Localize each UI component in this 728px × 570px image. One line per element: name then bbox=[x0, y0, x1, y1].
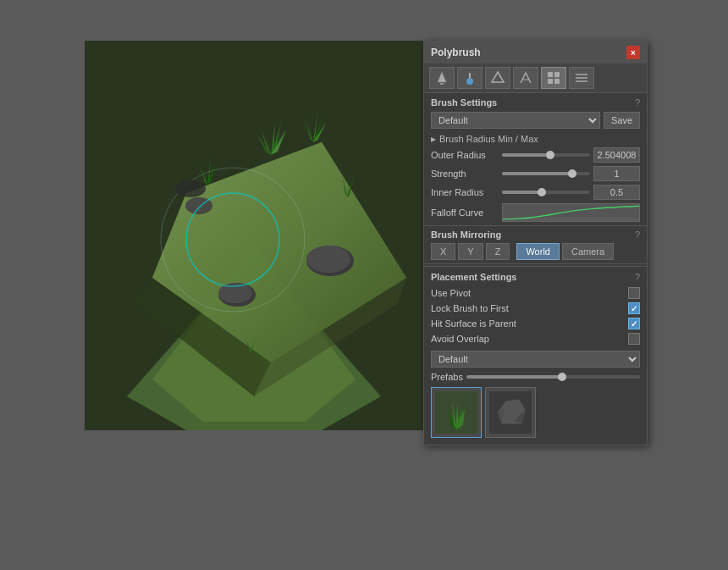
lock-brush-checkmark: ✓ bbox=[631, 304, 637, 313]
use-pivot-label: Use Pivot bbox=[431, 288, 471, 298]
brush-settings-row: Default Save bbox=[424, 110, 647, 132]
falloff-row: Falloff Curve bbox=[424, 202, 647, 224]
smooth-tool-button[interactable] bbox=[485, 67, 510, 89]
close-button[interactable]: × bbox=[626, 46, 640, 59]
texture-tool-button[interactable] bbox=[513, 67, 538, 89]
panel-content: Brush Settings ? Default Save ▶ Brush Ra… bbox=[424, 93, 647, 445]
divider-1 bbox=[424, 225, 647, 226]
avoid-overlap-label: Avoid Overlap bbox=[431, 334, 489, 344]
strength-track[interactable] bbox=[502, 172, 590, 175]
hit-surface-row: Hit Surface is Parent ✓ bbox=[424, 316, 647, 331]
strength-fill bbox=[502, 172, 572, 175]
mirror-x-button[interactable]: X bbox=[431, 243, 455, 260]
lock-brush-checkbox[interactable]: ✓ bbox=[628, 302, 640, 314]
inner-radius-fill bbox=[502, 191, 542, 194]
hit-surface-checkbox[interactable]: ✓ bbox=[628, 318, 640, 329]
placement-title: Placement Settings bbox=[431, 272, 516, 282]
hit-surface-label: Hit Surface is Parent bbox=[431, 318, 516, 329]
outer-radius-thumb bbox=[546, 151, 554, 159]
prefabs-row: Prefabs bbox=[431, 372, 640, 382]
mirroring-help-icon[interactable]: ? bbox=[635, 230, 640, 240]
prefab-thumb-grass[interactable] bbox=[431, 387, 482, 438]
svg-point-10 bbox=[306, 246, 350, 273]
mirroring-title: Brush Mirroring bbox=[431, 230, 501, 240]
title-bar: Polybrush × bbox=[424, 42, 647, 64]
panel-title: Polybrush bbox=[431, 47, 481, 58]
save-preset-button[interactable]: Save bbox=[604, 112, 640, 129]
prefab-dropdown-row: Default bbox=[424, 348, 647, 370]
sculpt-tool-button[interactable] bbox=[429, 67, 455, 89]
outer-radius-value[interactable]: 2.504008 bbox=[593, 147, 640, 163]
prefabs-slider[interactable] bbox=[466, 375, 640, 379]
inner-radius-thumb bbox=[538, 188, 546, 196]
svg-rect-47 bbox=[554, 79, 560, 84]
mirror-buttons-row: X Y Z World Camera bbox=[431, 243, 640, 260]
viewport bbox=[85, 41, 423, 430]
divider-2 bbox=[424, 263, 647, 264]
brush-preset-dropdown[interactable]: Default bbox=[431, 112, 600, 129]
outer-radius-fill bbox=[502, 153, 550, 157]
avoid-overlap-checkbox[interactable] bbox=[628, 333, 640, 345]
outer-radius-label: Outer Radius bbox=[431, 150, 499, 160]
prefabs-label: Prefabs bbox=[431, 372, 463, 382]
strength-thumb bbox=[568, 169, 576, 178]
outer-radius-track[interactable] bbox=[502, 153, 590, 157]
mirror-world-button[interactable]: World bbox=[516, 243, 560, 260]
radius-toggle-label: Brush Radius Min / Max bbox=[439, 134, 538, 144]
mirror-camera-button[interactable]: Camera bbox=[562, 243, 614, 260]
inner-radius-row: Inner Radius 0.5 bbox=[424, 183, 647, 202]
falloff-label: Falloff Curve bbox=[431, 208, 499, 218]
scatter-tool-button[interactable] bbox=[541, 67, 566, 89]
prefab-thumb-rock[interactable] bbox=[485, 387, 536, 438]
strength-row: Strength 1 bbox=[424, 164, 647, 183]
mirror-y-button[interactable]: Y bbox=[458, 243, 483, 260]
placement-header: Placement Settings ? bbox=[424, 268, 647, 285]
prefabs-slider-fill bbox=[466, 375, 562, 379]
brush-settings-title: Brush Settings bbox=[431, 97, 497, 108]
use-pivot-checkbox[interactable] bbox=[628, 287, 640, 299]
lock-brush-label: Lock Brush to First bbox=[431, 303, 509, 313]
svg-point-12 bbox=[186, 197, 210, 213]
brush-settings-header: Brush Settings ? bbox=[424, 93, 647, 110]
polybrush-panel: Polybrush × Brush Settings ? bbox=[423, 41, 648, 445]
brush-settings-help-icon[interactable]: ? bbox=[635, 97, 640, 108]
use-pivot-row: Use Pivot bbox=[424, 285, 647, 301]
radius-toggle-row[interactable]: ▶ Brush Radius Min / Max bbox=[424, 132, 647, 146]
svg-marker-38 bbox=[438, 72, 446, 82]
settings-tool-button[interactable] bbox=[569, 67, 594, 89]
mirroring-header: Brush Mirroring ? bbox=[431, 230, 640, 240]
mirror-z-button[interactable]: Z bbox=[486, 243, 510, 260]
placement-section: Placement Settings ? Use Pivot Lock Brus… bbox=[424, 266, 647, 348]
lock-brush-row: Lock Brush to First ✓ bbox=[424, 301, 647, 316]
svg-point-41 bbox=[466, 78, 473, 85]
brush-mirroring-section: Brush Mirroring ? X Y Z World Camera bbox=[424, 228, 647, 262]
paint-tool-button[interactable] bbox=[457, 67, 483, 89]
prefabs-section: Prefabs bbox=[424, 370, 647, 387]
placement-help-icon[interactable]: ? bbox=[635, 272, 640, 282]
svg-rect-45 bbox=[554, 72, 560, 77]
strength-value[interactable]: 1 bbox=[593, 166, 640, 181]
prefab-thumbs bbox=[424, 387, 647, 445]
svg-rect-52 bbox=[435, 391, 477, 434]
inner-radius-value[interactable]: 0.5 bbox=[593, 185, 640, 200]
svg-rect-46 bbox=[548, 79, 553, 84]
toolbar-icons bbox=[424, 64, 647, 93]
svg-point-37 bbox=[175, 180, 206, 197]
outer-radius-row: Outer Radius 2.504008 bbox=[424, 146, 647, 164]
strength-label: Strength bbox=[431, 169, 499, 179]
prefab-preset-dropdown[interactable]: Default bbox=[431, 351, 640, 368]
hit-surface-checkmark: ✓ bbox=[631, 319, 637, 329]
avoid-overlap-row: Avoid Overlap bbox=[424, 331, 647, 346]
inner-radius-label: Inner Radius bbox=[431, 187, 499, 197]
prefabs-slider-thumb bbox=[558, 373, 566, 381]
svg-rect-44 bbox=[548, 72, 553, 77]
falloff-curve-area[interactable] bbox=[502, 203, 640, 222]
inner-radius-track[interactable] bbox=[502, 191, 590, 194]
radius-toggle-icon: ▶ bbox=[431, 136, 436, 143]
svg-marker-43 bbox=[492, 72, 504, 82]
